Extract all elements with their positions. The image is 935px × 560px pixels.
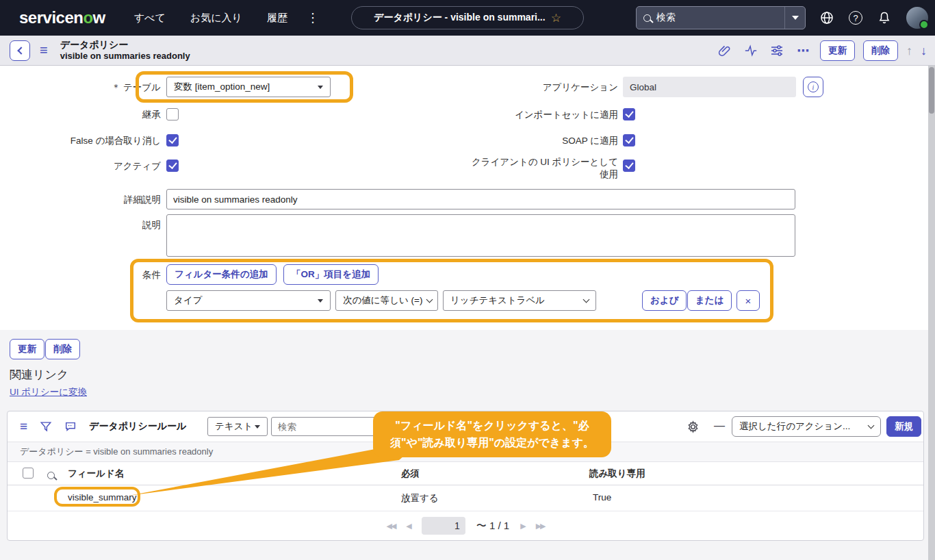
table-field-label: ＊ テーブル (112, 81, 161, 94)
back-button[interactable] (10, 40, 30, 61)
servicenow-logo[interactable]: servicenow (19, 8, 105, 27)
global-search-placeholder: 検索 (656, 12, 784, 24)
add-filter-condition-button[interactable]: フィルター条件の追加 (166, 264, 277, 285)
column-header-mandatory[interactable]: 必須 (401, 468, 420, 480)
condition-and-button[interactable]: および (642, 290, 687, 311)
nav-item-history[interactable]: 履歴 (267, 12, 287, 25)
collapse-list-minus-icon[interactable]: — (714, 420, 725, 432)
description-label: 説明 (142, 219, 161, 231)
logo-text: servicen (19, 8, 83, 27)
page-number-input[interactable] (422, 517, 465, 535)
nav-item-all[interactable]: すべて (134, 12, 166, 25)
first-page-icon[interactable]: ◀◀ (386, 522, 395, 531)
chevron-down-icon (792, 16, 799, 20)
last-page-icon[interactable]: ▶▶ (536, 522, 545, 531)
convert-to-ui-policy-link[interactable]: UI ポリシーに変換 (10, 386, 87, 398)
application-field: Global (623, 77, 796, 97)
conditions-label: 条件 (142, 269, 161, 281)
personalize-sliders-icon[interactable] (768, 42, 786, 60)
filter-funnel-icon[interactable] (40, 420, 52, 433)
context-menu-icon[interactable]: ≡ (40, 42, 48, 58)
condition-operator-value: 次の値に等しい (=) (343, 294, 427, 307)
select-all-checkbox[interactable] (23, 468, 34, 479)
footer-update-button[interactable]: 更新 (10, 339, 44, 359)
inherit-checkbox[interactable] (166, 108, 179, 120)
toolbar-actions: ⋯ 更新 削除 ↑ ↓ (716, 36, 927, 66)
condition-field-select[interactable]: タイプ (166, 290, 331, 311)
apply-to-soap-label: SOAP に適用 (562, 135, 618, 147)
chevron-left-icon (17, 47, 25, 54)
list-search-type-select[interactable]: テキスト (207, 417, 268, 436)
gear-icon[interactable] (687, 420, 700, 436)
selected-rows-actions-value: 選択した行のアクション... (739, 420, 869, 433)
row-readonly-value: True (593, 492, 611, 502)
chevron-down-icon (318, 86, 323, 89)
globe-icon[interactable] (820, 11, 834, 25)
list-context-menu-icon[interactable]: ≡ (20, 419, 27, 434)
active-label: アクティブ (114, 160, 161, 173)
update-button[interactable]: 更新 (820, 40, 855, 61)
servicenow-app: servicenow すべて お気に入り 履歴 ⋮ データポリシー - visi… (0, 0, 935, 560)
info-icon: i (808, 81, 819, 92)
activity-stream-icon[interactable] (742, 42, 760, 60)
list-title: データポリシールール (89, 420, 186, 433)
page-subtitle: visible on summaries readonly (60, 51, 190, 62)
more-actions-icon[interactable]: ⋯ (794, 42, 812, 60)
pagination-summary: 〜 1 / 1 (476, 520, 509, 533)
table-select[interactable]: 変数 [item_option_new] (166, 77, 331, 97)
nav-item-favorites[interactable]: お気に入り (190, 12, 242, 25)
short-description-label: 詳細説明 (124, 194, 161, 206)
apply-to-import-sets-checkbox[interactable] (623, 108, 635, 120)
next-page-icon[interactable]: ▶ (520, 522, 524, 531)
condition-operator-select[interactable]: 次の値に等しい (=) (335, 290, 438, 311)
list-breadcrumb[interactable]: データポリシー = visible on summaries readonly (20, 446, 213, 458)
search-scope-dropdown[interactable] (784, 7, 805, 29)
top-nav-menu: すべて お気に入り 履歴 (134, 12, 287, 25)
new-button[interactable]: 新規 (886, 416, 921, 437)
use-as-client-ui-policy-label: クライアントの UI ポリシーとして使用 (470, 156, 618, 181)
scrollbar-thumb[interactable] (929, 67, 934, 114)
short-description-input[interactable] (166, 189, 795, 209)
condition-value-select[interactable]: リッチテキストラベル (443, 290, 596, 311)
open-record-tab[interactable]: データポリシー - visible on summari... ☆ (351, 6, 584, 29)
application-label: アプリケーション (543, 81, 618, 94)
top-nav-bar: servicenow すべて お気に入り 履歴 ⋮ データポリシー - visi… (0, 0, 935, 36)
column-search-icon[interactable] (47, 470, 55, 482)
use-as-client-ui-policy-checkbox[interactable] (623, 160, 635, 172)
add-or-clause-button[interactable]: 「OR」項目を追加 (283, 264, 379, 285)
column-header-readonly[interactable]: 読み取り専用 (589, 468, 645, 480)
footer-delete-button[interactable]: 削除 (45, 339, 80, 359)
description-textarea[interactable] (166, 214, 795, 257)
attachment-paperclip-icon[interactable] (716, 42, 734, 60)
scrollbar-track[interactable] (928, 66, 935, 560)
application-info-button[interactable]: i (803, 77, 823, 97)
chevron-down-icon (868, 422, 875, 429)
condition-or-button[interactable]: または (687, 290, 732, 311)
notifications-bell-icon[interactable] (878, 11, 891, 25)
favorite-star-icon[interactable]: ☆ (551, 11, 561, 25)
record-title-block: データポリシー visible on summaries readonly (60, 39, 190, 62)
chevron-down-icon (255, 425, 260, 429)
global-search[interactable]: 検索 (636, 6, 806, 29)
user-avatar[interactable] (906, 7, 928, 29)
chat-bubble-icon[interactable] (64, 420, 77, 433)
apply-to-soap-checkbox[interactable] (623, 134, 635, 147)
active-checkbox[interactable] (166, 160, 179, 172)
column-header-field-name[interactable]: フィールド名 (68, 468, 124, 480)
table-row: visible_summary 放置する True (8, 485, 923, 511)
delete-button[interactable]: 削除 (863, 40, 898, 61)
row-field-name-link[interactable]: visible_summary (68, 492, 137, 502)
selected-rows-actions-select[interactable]: 選択した行のアクション... (732, 416, 881, 437)
condition-value-value: リッチテキストラベル (450, 294, 584, 307)
next-record-arrow-icon[interactable]: ↓ (921, 44, 927, 58)
help-icon[interactable]: ? (849, 11, 862, 25)
previous-page-icon[interactable]: ◀ (406, 522, 410, 531)
previous-record-arrow-icon[interactable]: ↑ (906, 44, 912, 58)
reverse-if-false-checkbox[interactable] (166, 134, 179, 147)
table-select-value: 変数 [item_option_new] (174, 81, 318, 93)
condition-remove-button[interactable]: × (737, 290, 760, 311)
mandatory-asterisk: ＊ (112, 82, 121, 92)
nav-more-icon[interactable]: ⋮ (307, 10, 319, 25)
search-icon (643, 14, 651, 22)
logo-accent-letter: o (83, 8, 92, 27)
